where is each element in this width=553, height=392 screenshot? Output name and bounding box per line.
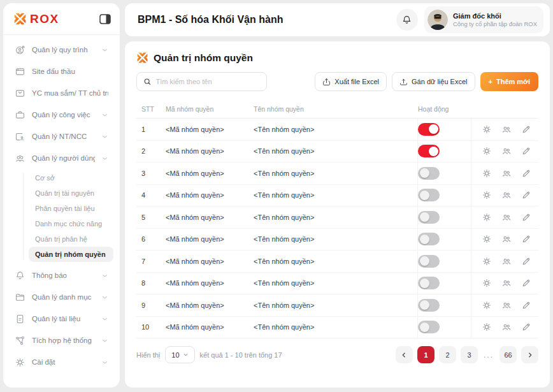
add-new-button[interactable]: + Thêm mới bbox=[480, 72, 539, 91]
active-toggle[interactable] bbox=[418, 123, 440, 136]
sidebar-item-6[interactable]: Thông báo bbox=[10, 265, 113, 286]
result-count-label: kết quả 1 - 10 trên tổng 17 bbox=[200, 351, 282, 359]
sidebar-item-7[interactable]: Quản lý danh mục bbox=[10, 286, 113, 308]
sidebar-subitem-active[interactable]: Quản trị nhóm quyền bbox=[29, 247, 113, 262]
row-edit-icon[interactable] bbox=[521, 190, 531, 200]
row-assign-users-icon[interactable] bbox=[501, 234, 512, 244]
sidebar-subitem[interactable]: Quản trị phân hệ bbox=[29, 231, 113, 247]
active-toggle[interactable] bbox=[418, 299, 440, 312]
row-assign-users-icon[interactable] bbox=[501, 256, 512, 266]
row-assign-users-icon[interactable] bbox=[501, 322, 512, 332]
table-body: 1 <Mã nhóm quyền> <Tên nhóm quyền> 2 <Mã… bbox=[136, 119, 538, 338]
row-assign-users-icon[interactable] bbox=[501, 190, 512, 200]
row-edit-icon[interactable] bbox=[521, 256, 531, 266]
toggle-knob bbox=[420, 279, 429, 288]
sidebar-item-8[interactable]: Quản lý tài liệu bbox=[10, 308, 113, 330]
row-settings-icon[interactable] bbox=[482, 212, 492, 222]
sidebar-item-9[interactable]: Tích hợp hệ thống bbox=[10, 330, 113, 351]
row-assign-users-icon[interactable] bbox=[501, 278, 512, 288]
column-header-active: Hoạt động bbox=[417, 99, 471, 118]
active-toggle[interactable] bbox=[418, 167, 440, 180]
toggle-knob bbox=[429, 147, 438, 156]
row-assign-users-icon[interactable] bbox=[501, 124, 512, 134]
notifications-button[interactable] bbox=[396, 9, 418, 31]
search-icon bbox=[143, 77, 152, 86]
cell-stt: 3 bbox=[136, 170, 166, 177]
active-toggle[interactable] bbox=[418, 233, 440, 245]
row-edit-icon[interactable] bbox=[521, 168, 531, 178]
logo-text: ROX bbox=[30, 12, 59, 26]
user-gear-icon bbox=[15, 45, 25, 55]
export-icon bbox=[322, 78, 331, 86]
row-edit-icon[interactable] bbox=[521, 300, 531, 310]
rox-logo: ROX bbox=[13, 12, 59, 26]
users-icon bbox=[15, 153, 25, 164]
active-toggle[interactable] bbox=[418, 255, 440, 268]
sidebar-subitem[interactable]: Danh mục chức năng bbox=[29, 216, 113, 231]
active-toggle[interactable] bbox=[418, 321, 440, 333]
page-button-2[interactable]: 2 bbox=[439, 346, 456, 363]
sidebar-item-5[interactable]: Quản lý người dùng bbox=[10, 147, 113, 169]
cell-code: <Mã nhóm quyền> bbox=[166, 214, 254, 221]
sidebar-item-1[interactable]: Site đấu thầu bbox=[10, 61, 113, 82]
toggle-knob bbox=[420, 323, 429, 332]
row-edit-icon[interactable] bbox=[521, 322, 531, 332]
page-button-3[interactable]: 3 bbox=[461, 346, 478, 363]
briefcase-icon bbox=[15, 110, 25, 120]
row-assign-users-icon[interactable] bbox=[501, 168, 512, 178]
chevron-down-icon bbox=[101, 133, 108, 140]
sidebar-subitem[interactable]: Cơ sở bbox=[29, 170, 113, 185]
row-settings-icon[interactable] bbox=[482, 256, 492, 266]
cell-stt: 9 bbox=[136, 301, 166, 309]
sidebar-item-2[interactable]: YC mua sắm/ TT chủ trương bbox=[10, 82, 113, 104]
sidebar-item-label: Site đấu thầu bbox=[32, 68, 108, 75]
row-edit-icon[interactable] bbox=[521, 146, 531, 156]
row-settings-icon[interactable] bbox=[482, 124, 492, 134]
row-settings-icon[interactable] bbox=[482, 168, 492, 178]
search-box bbox=[136, 72, 267, 91]
chevron-down-icon bbox=[101, 272, 108, 279]
row-edit-icon[interactable] bbox=[521, 212, 531, 222]
prev-page-button[interactable] bbox=[396, 346, 413, 363]
sidebar-item-4[interactable]: Quản lý NT/NCC bbox=[10, 126, 113, 147]
row-edit-icon[interactable] bbox=[521, 278, 531, 288]
assign-excel-button[interactable]: Gán dữ liệu Excel bbox=[392, 72, 475, 91]
page-button-66[interactable]: 66 bbox=[499, 346, 517, 363]
row-edit-icon[interactable] bbox=[521, 234, 531, 244]
active-toggle[interactable] bbox=[418, 277, 440, 289]
toggle-knob bbox=[420, 235, 429, 244]
user-profile-menu[interactable]: Giám đốc khối Công ty cổ phần tập đoàn R… bbox=[424, 6, 543, 33]
page-button-1[interactable]: 1 bbox=[417, 346, 434, 363]
row-settings-icon[interactable] bbox=[482, 300, 492, 310]
row-settings-icon[interactable] bbox=[482, 234, 492, 244]
sidebar-item-label: Quản lý NT/NCC bbox=[32, 133, 95, 140]
column-header-code: Mã nhóm quyền bbox=[166, 105, 254, 113]
active-toggle[interactable] bbox=[418, 211, 440, 224]
sidebar-subitem[interactable]: Phân quyền tài liệu bbox=[29, 201, 113, 216]
chevron-right-icon bbox=[527, 352, 533, 358]
next-page-button[interactable] bbox=[521, 346, 538, 363]
sidebar-subitem[interactable]: Quản trị tài nguyên bbox=[29, 185, 113, 201]
row-settings-icon[interactable] bbox=[482, 322, 492, 332]
sidebar-item-10[interactable]: Cài đặt bbox=[10, 351, 113, 373]
row-assign-users-icon[interactable] bbox=[501, 146, 512, 156]
table-header-row: STT Mã nhóm quyền Tên nhóm quyền Hoạt độ… bbox=[136, 99, 538, 119]
cell-stt: 5 bbox=[136, 214, 166, 221]
sidebar-item-0[interactable]: Quản lý quy trình bbox=[10, 39, 113, 61]
active-toggle[interactable] bbox=[418, 145, 440, 157]
row-assign-users-icon[interactable] bbox=[501, 212, 512, 222]
row-settings-icon[interactable] bbox=[482, 146, 492, 156]
row-settings-icon[interactable] bbox=[482, 278, 492, 288]
sidebar-item-3[interactable]: Quản lý công việc bbox=[10, 104, 113, 126]
column-header-stt: STT bbox=[136, 105, 166, 113]
toolbar: Xuất file Excel Gán dữ liệu Excel + Thêm… bbox=[136, 72, 538, 91]
row-edit-icon[interactable] bbox=[521, 124, 531, 134]
row-assign-users-icon[interactable] bbox=[501, 300, 512, 310]
search-input[interactable] bbox=[156, 78, 261, 85]
cell-stt: 7 bbox=[136, 258, 166, 265]
sidebar-collapse-icon[interactable] bbox=[99, 14, 111, 24]
row-settings-icon[interactable] bbox=[482, 190, 492, 200]
active-toggle[interactable] bbox=[418, 189, 440, 201]
page-size-select[interactable]: 10 bbox=[165, 346, 194, 363]
export-excel-button[interactable]: Xuất file Excel bbox=[315, 72, 387, 91]
